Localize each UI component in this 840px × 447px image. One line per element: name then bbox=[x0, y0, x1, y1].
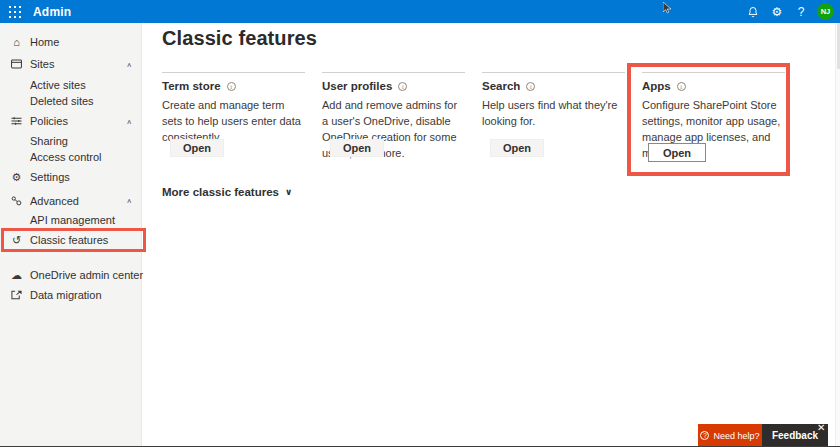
sidebar-item-classic-features[interactable]: ↺ Classic features bbox=[0, 230, 142, 250]
migration-icon bbox=[10, 290, 23, 300]
page-title: Classic features bbox=[162, 27, 317, 50]
card-description: Help users find what they're looking for… bbox=[482, 98, 625, 130]
gear-icon: ⚙ bbox=[10, 171, 23, 184]
sidebar-item-data-migration[interactable]: Data migration bbox=[0, 285, 142, 305]
card-title: Search bbox=[482, 80, 520, 92]
home-icon: ⌂ bbox=[10, 36, 23, 48]
card-search: Search i Help users find what they're lo… bbox=[482, 72, 625, 164]
chevron-up-icon[interactable]: ∧ bbox=[126, 197, 132, 204]
app-top-bar: Admin ⚙ ? NJ bbox=[0, 0, 840, 23]
sidebar-item-onedrive-admin-center[interactable]: ☁ OneDrive admin center bbox=[0, 265, 142, 285]
help-icon[interactable]: ? bbox=[793, 4, 809, 20]
notifications-bell-icon[interactable] bbox=[745, 4, 761, 20]
card-title: Term store bbox=[162, 80, 221, 92]
sidebar-item-home[interactable]: ⌂ Home bbox=[0, 32, 142, 52]
question-circle-icon: ? bbox=[700, 431, 709, 440]
sites-icon bbox=[10, 59, 23, 69]
sidebar-item-settings[interactable]: ⚙ Settings bbox=[0, 167, 142, 187]
waffle-icon[interactable] bbox=[9, 6, 21, 18]
sidebar-item-policies[interactable]: Policies ∧ bbox=[0, 111, 142, 131]
close-icon[interactable]: ✕ bbox=[817, 422, 825, 433]
chevron-down-icon: ∨ bbox=[285, 187, 292, 197]
app-title: Admin bbox=[33, 5, 71, 19]
sidebar-nav: ⌂ Home Sites ∧ Active sites Deleted site… bbox=[0, 23, 142, 447]
cloud-icon: ☁ bbox=[10, 269, 23, 282]
card-apps: Apps i Configure SharePoint Store settin… bbox=[642, 72, 785, 164]
avatar[interactable]: NJ bbox=[817, 3, 834, 20]
chevron-up-icon[interactable]: ∧ bbox=[126, 60, 132, 67]
card-title: Apps bbox=[642, 80, 671, 92]
chevron-up-icon[interactable]: ∧ bbox=[126, 117, 132, 124]
sidebar-item-sites[interactable]: Sites ∧ bbox=[0, 54, 142, 74]
card-user-profiles: User profiles i Add and remove admins fo… bbox=[322, 72, 465, 164]
open-term-store-button[interactable]: Open bbox=[170, 139, 224, 157]
card-title: User profiles bbox=[322, 80, 392, 92]
mouse-cursor bbox=[663, 0, 672, 18]
vertical-scrollbar[interactable] bbox=[835, 23, 840, 447]
policies-icon bbox=[10, 116, 23, 126]
info-icon[interactable]: i bbox=[227, 82, 236, 91]
info-icon[interactable]: i bbox=[677, 82, 686, 91]
sidebar-item-api-management[interactable]: API management bbox=[0, 210, 142, 230]
need-help-button[interactable]: ? Need help? bbox=[698, 424, 762, 447]
card-term-store: Term store i Create and manage term sets… bbox=[162, 72, 305, 164]
sidebar-item-advanced[interactable]: Advanced ∧ bbox=[0, 191, 142, 211]
info-icon[interactable]: i bbox=[398, 82, 407, 91]
history-icon: ↺ bbox=[10, 234, 23, 247]
open-user-profiles-button[interactable]: Open bbox=[330, 139, 384, 157]
advanced-icon bbox=[10, 196, 23, 206]
open-search-button[interactable]: Open bbox=[490, 139, 544, 157]
sidebar-item-access-control[interactable]: Access control bbox=[0, 147, 142, 167]
settings-gear-icon[interactable]: ⚙ bbox=[769, 4, 785, 20]
info-icon[interactable]: i bbox=[526, 82, 535, 91]
open-apps-button[interactable]: Open bbox=[648, 143, 706, 162]
sidebar-item-deleted-sites[interactable]: Deleted sites bbox=[0, 91, 142, 111]
more-classic-features-link[interactable]: More classic features ∨ bbox=[162, 186, 292, 198]
